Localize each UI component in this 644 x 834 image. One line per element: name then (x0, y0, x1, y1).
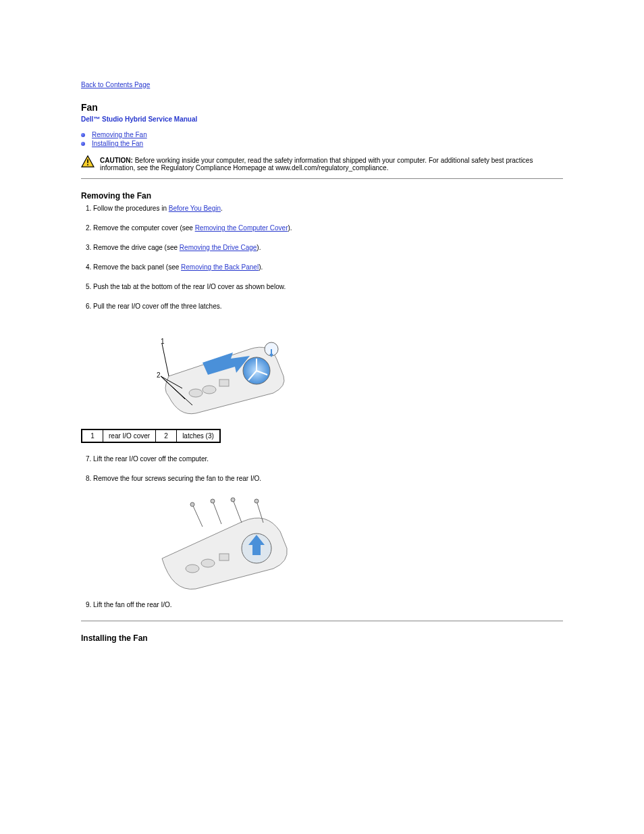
step-3-pre: Remove the drive cage (see (93, 244, 180, 251)
step-5: Push the tab at the bottom of the rear I… (93, 283, 563, 290)
toc-item-remove[interactable]: Removing the Fan (81, 131, 563, 138)
table-row: 1 rear I/O cover 2 latches (3) (82, 429, 220, 442)
parts-table: 1 rear I/O cover 2 latches (3) (81, 429, 221, 443)
table-cell-name: rear I/O cover (103, 429, 156, 442)
svg-point-21 (190, 502, 194, 506)
step-3: Remove the drive cage (see Removing the … (93, 244, 563, 251)
table-cell-name: latches (3) (177, 429, 220, 442)
bullet-icon (81, 142, 85, 146)
remove-steps: Follow the procedures in Before You Begi… (81, 205, 563, 310)
svg-point-29 (201, 559, 215, 567)
step-2: Remove the computer cover (see Removing … (93, 224, 563, 232)
toc-link-install[interactable]: Installing the Fan (92, 140, 143, 147)
page-title-line: Fan (81, 102, 563, 113)
section-heading-install: Installing the Fan (81, 633, 563, 643)
figure-1: 1 2 (81, 322, 563, 425)
step-4-pre: Remove the back panel (see (93, 263, 181, 271)
remove-steps-cont: Lift the rear I/O cover off the computer… (81, 455, 563, 482)
svg-point-4 (203, 386, 216, 394)
step-8: Remove the four screws securing the fan … (93, 475, 563, 482)
svg-line-22 (213, 501, 221, 524)
back-to-contents-link[interactable]: Back to Contents Page (81, 81, 150, 88)
table-cell-num: 2 (156, 429, 177, 442)
svg-line-20 (192, 504, 203, 527)
svg-point-27 (254, 499, 259, 503)
step-1: Follow the procedures in Before You Begi… (93, 205, 563, 212)
svg-point-23 (211, 499, 215, 503)
caution-block: CAUTION: Before working inside your comp… (81, 157, 563, 172)
svg-rect-5 (219, 380, 229, 386)
service-manual-page: Back to Contents Page Fan Dell™ Studio H… (0, 0, 644, 674)
link-remove-drive-cage[interactable]: Removing the Drive Cage (180, 244, 257, 251)
caution-text: CAUTION: Before working inside your comp… (100, 157, 563, 172)
step-6: Pull the rear I/O cover off the three la… (93, 303, 563, 310)
caution-body: Before working inside your computer, rea… (100, 157, 533, 172)
link-remove-cover[interactable]: Removing the Computer Cover (195, 224, 288, 232)
svg-line-24 (233, 500, 242, 523)
manual-title: Dell™ Studio Hybrid Service Manual (81, 115, 563, 123)
svg-text:1: 1 (161, 338, 165, 345)
table-cell-num: 1 (82, 429, 103, 442)
caution-label: CAUTION: (100, 157, 133, 164)
step-3-post: ). (257, 244, 261, 251)
svg-line-11 (162, 344, 169, 376)
step-1-post: . (221, 205, 223, 212)
toc-link-remove[interactable]: Removing the Fan (92, 131, 147, 138)
back-to-contents[interactable]: Back to Contents Page (81, 81, 563, 88)
page-toc: Removing the Fan Installing the Fan (81, 131, 563, 147)
step-9: Lift the fan off the rear I/O. (93, 601, 563, 608)
section-divider (81, 178, 563, 179)
svg-point-3 (189, 389, 203, 397)
page-title: Fan (81, 102, 98, 113)
svg-point-25 (231, 498, 235, 502)
figure-2 (81, 494, 563, 597)
step-7: Lift the rear I/O cover off the computer… (93, 455, 563, 463)
svg-rect-30 (219, 554, 229, 561)
section-divider (81, 621, 563, 621)
step-1-pre: Follow the procedures in (93, 205, 169, 212)
step-4-post: ). (259, 263, 263, 271)
section-heading-remove: Removing the Fan (81, 191, 563, 201)
link-remove-back-panel[interactable]: Removing the Back Panel (181, 263, 259, 271)
svg-point-28 (186, 565, 199, 573)
svg-rect-2 (87, 164, 88, 165)
link-before-you-begin[interactable]: Before You Begin (169, 205, 221, 212)
toc-item-install[interactable]: Installing the Fan (81, 140, 563, 147)
caution-icon (81, 155, 95, 167)
step-2-pre: Remove the computer cover (see (93, 224, 195, 232)
bullet-icon (81, 133, 85, 137)
remove-steps-cont2: Lift the fan off the rear I/O. (81, 601, 563, 608)
step-4: Remove the back panel (see Removing the … (93, 263, 563, 271)
step-2-post: ). (288, 224, 292, 232)
svg-text:2: 2 (157, 371, 161, 379)
svg-rect-1 (87, 159, 88, 163)
